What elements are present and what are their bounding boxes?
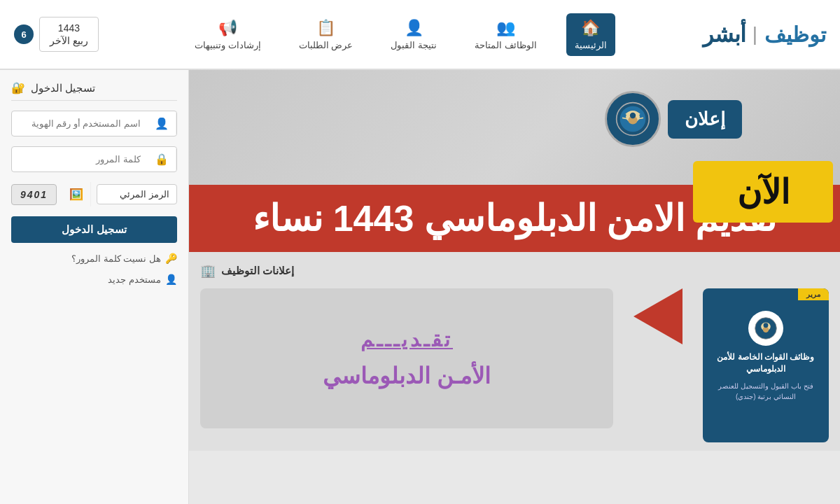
- forgot-label: هل نسيت كلمة المرور؟: [71, 253, 161, 264]
- forgot-icon: 🔑: [165, 253, 177, 264]
- logo-separator: |: [752, 23, 757, 46]
- login-button[interactable]: تسجيل الدخول: [11, 216, 177, 243]
- captcha-icon: 🖼️: [62, 182, 91, 206]
- captcha-row: الرمز المرئي 🖼️ 9401: [11, 182, 177, 206]
- captcha-code: 9401: [11, 184, 57, 205]
- nav-label-requests: عرض الطلبات: [299, 40, 354, 50]
- banner: الآن إعلان: [189, 70, 840, 252]
- nav-menu: 🏠 الرئيسية 👥 الوظائف المتاحة 👤 نتيجة الق…: [99, 13, 703, 56]
- police-badge-icon: [605, 91, 661, 147]
- announcement-badge: إعلان: [605, 91, 742, 147]
- login-title-text: تسجيل الدخول: [31, 82, 95, 94]
- cards-row: مرير وظائف القوات الخاصة للأمن الدبلوماس…: [200, 288, 829, 442]
- header-date: 1443 ربيع الآخر 6: [14, 17, 99, 52]
- card-ribbon: مرير: [798, 288, 829, 300]
- guidance-icon: 📢: [218, 19, 237, 37]
- logo-sub: توظيف: [764, 22, 826, 47]
- lock-icon: 🔒: [148, 147, 176, 172]
- results-icon: 👤: [405, 19, 424, 37]
- nav-item-jobs[interactable]: 👥 الوظائف المتاحة: [466, 13, 545, 56]
- new-user-icon: 👤: [165, 274, 177, 285]
- section-title-text: إعلانات التوظيف: [221, 265, 294, 277]
- login-icon: 🔐: [11, 81, 25, 94]
- new-user-link[interactable]: 👤 مستخدم جديد: [11, 274, 177, 285]
- card-desc: فتح باب القبول والتسجيل للعنصر النسائي ب…: [710, 381, 822, 402]
- grey-card-title: تقـديـــم: [360, 328, 453, 351]
- blue-card: مرير وظائف القوات الخاصة للأمن الدبلوماس…: [703, 288, 829, 442]
- card-title: وظائف القوات الخاصة للأمن الدبلوماسي: [710, 351, 822, 375]
- card-circle-icon: [748, 311, 783, 346]
- captcha-label: الرمز المرئي: [97, 184, 177, 204]
- logo-main: أبشر: [703, 21, 746, 48]
- arrow-container: [623, 288, 693, 344]
- content-area: الآن إعلان: [189, 70, 840, 504]
- bottom-section: إعلانات التوظيف 🏢 مرير وظائف: [189, 252, 840, 451]
- username-input[interactable]: [12, 113, 148, 134]
- nav-label-results: نتيجة القبول: [391, 40, 437, 50]
- sidebar: تسجيل الدخول 🔐 👤 🔒 الرمز المرئي 🖼️ 9401 …: [0, 70, 189, 504]
- header: توظيف | أبشر 🏠 الرئيسية 👥 الوظائف المتاح…: [0, 0, 840, 70]
- grey-card[interactable]: تقـديـــم الأمـن الدبلوماسي: [200, 288, 613, 428]
- nav-label-jobs: الوظائف المتاحة: [475, 40, 537, 50]
- main-content: الآن إعلان: [0, 70, 840, 504]
- grey-card-subtitle: الأمـن الدبلوماسي: [323, 363, 491, 389]
- username-input-group[interactable]: 👤: [11, 111, 177, 136]
- password-input[interactable]: [12, 148, 148, 170]
- svg-point-8: [764, 323, 769, 328]
- nav-label-home: الرئيسية: [575, 40, 607, 50]
- login-section-title: تسجيل الدخول 🔐: [11, 81, 177, 101]
- nav-item-guidance[interactable]: 📢 إرشادات وتنبيهات: [186, 13, 270, 56]
- date-badge: 6: [14, 24, 34, 44]
- nav-item-results[interactable]: 👤 نتيجة القبول: [382, 13, 445, 56]
- nav-item-home[interactable]: 🏠 الرئيسية: [566, 13, 615, 56]
- date-month: ربيع الآخر: [50, 34, 88, 47]
- nav-item-requests[interactable]: 📋 عرض الطلبات: [290, 13, 362, 56]
- building-icon: 🏢: [200, 263, 216, 279]
- user-icon: 👤: [148, 111, 176, 136]
- section-title: إعلانات التوظيف 🏢: [200, 260, 829, 281]
- nav-label-guidance: إرشادات وتنبيهات: [195, 40, 261, 50]
- requests-icon: 📋: [316, 19, 335, 37]
- forgot-password-link[interactable]: 🔑 هل نسيت كلمة المرور؟: [11, 253, 177, 264]
- password-input-group[interactable]: 🔒: [11, 146, 177, 172]
- now-badge: الآن: [693, 161, 833, 223]
- logo: توظيف | أبشر: [703, 21, 826, 48]
- svg-point-4: [630, 113, 636, 118]
- jobs-icon: 👥: [496, 19, 515, 37]
- captcha-label-text: الرمز المرئي: [120, 189, 169, 200]
- date-display: 1443 ربيع الآخر: [39, 17, 99, 52]
- new-user-label: مستخدم جديد: [108, 274, 161, 285]
- date-year: 1443: [50, 22, 88, 34]
- red-arrow-icon: [634, 288, 682, 344]
- announcement-label: إعلان: [668, 100, 742, 139]
- home-icon: 🏠: [581, 19, 600, 37]
